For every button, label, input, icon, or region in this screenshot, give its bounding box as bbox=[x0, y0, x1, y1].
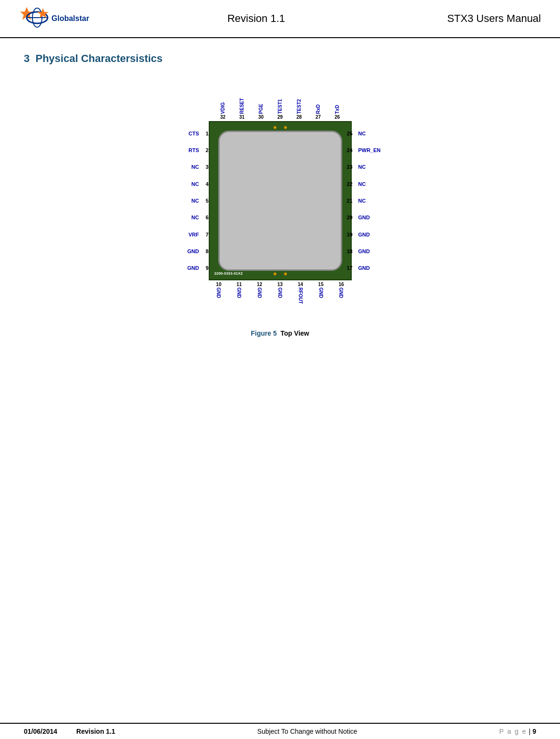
pin-21-name: NC bbox=[358, 198, 366, 204]
pin-20-row: 20 GND bbox=[347, 215, 395, 220]
pin-14: 14 RFOUT bbox=[298, 282, 303, 311]
footer-date: 01/06/2014 bbox=[24, 728, 57, 735]
pin-28-name: TEST2 bbox=[296, 90, 302, 114]
pin-2-num: 2 bbox=[201, 147, 209, 153]
section-title: Physical Charactersistics bbox=[35, 52, 163, 64]
pin-25-row: 25 NC bbox=[347, 131, 395, 136]
pin-27-name: RxD bbox=[316, 90, 321, 114]
pin-9-num: 9 bbox=[201, 265, 209, 271]
pin-5-num: 5 bbox=[201, 198, 209, 204]
footer: 01/06/2014 Revision 1.1 Subject To Chang… bbox=[0, 723, 560, 739]
pin-19-name: GND bbox=[358, 232, 370, 237]
pin-12-name: GND bbox=[257, 287, 262, 311]
pin-14-num: 14 bbox=[298, 282, 303, 287]
pin-30-name: PGE bbox=[258, 90, 264, 114]
pin-10-num: 10 bbox=[216, 282, 221, 287]
pin-17-row: 17 GND bbox=[347, 265, 395, 271]
section-heading: 3 Physical Charactersistics bbox=[24, 52, 536, 65]
pin-30: PGE 30 bbox=[258, 90, 264, 120]
figure-caption: Figure 5 Top View bbox=[251, 329, 309, 337]
pin-25-num: 25 bbox=[347, 131, 356, 136]
pin-1-name: CTS bbox=[189, 131, 199, 136]
ic-diagram-wrapper: VDIG 32 RESET 31 PGE 30 TEST1 29 bbox=[166, 79, 395, 322]
header: Globalstar Revision 1.1 STX3 Users Manua… bbox=[0, 0, 560, 38]
ic-board: 2200-0333-01X2 bbox=[209, 121, 352, 280]
pin-32: VDIG 32 bbox=[220, 90, 225, 120]
pin-1-num: 1 bbox=[201, 131, 209, 136]
pin-15-num: 15 bbox=[318, 282, 324, 287]
globalstar-logo: Globalstar bbox=[19, 6, 95, 32]
pin-2-name: RTS bbox=[189, 147, 199, 153]
pcb-dots-top bbox=[273, 126, 287, 129]
pin-5-row: NC 5 bbox=[166, 198, 209, 204]
main-content: 3 Physical Charactersistics VDIG 32 RESE… bbox=[0, 38, 560, 723]
footer-notice: Subject To Change without Notice bbox=[134, 728, 480, 735]
pin-9-name: GND bbox=[187, 265, 199, 271]
pin-20-num: 20 bbox=[347, 215, 356, 220]
left-pins-area: CTS 1 RTS 2 NC 3 NC 4 bbox=[166, 121, 209, 280]
pin-32-num: 32 bbox=[220, 114, 225, 120]
figure-number: Figure 5 bbox=[251, 329, 276, 337]
pin-10-name: GND bbox=[216, 287, 221, 311]
pin-30-num: 30 bbox=[258, 114, 264, 120]
pin-26: TxD 26 bbox=[335, 90, 340, 120]
pin-9-row: GND 9 bbox=[166, 265, 209, 271]
pin-28: TEST2 28 bbox=[296, 90, 302, 120]
chip-body bbox=[218, 131, 342, 271]
logo-area: Globalstar bbox=[19, 6, 105, 32]
pin-26-num: 26 bbox=[335, 114, 340, 120]
footer-page-separator: | bbox=[529, 728, 531, 735]
pin-29-num: 29 bbox=[277, 114, 283, 120]
pin-6-row: NC 6 bbox=[166, 215, 209, 220]
pin-17-num: 17 bbox=[347, 265, 356, 271]
pin-13: 13 GND bbox=[277, 282, 283, 311]
header-title: STX3 Users Manual bbox=[407, 12, 541, 25]
pcb-dot bbox=[273, 126, 276, 129]
pin-29-name: TEST1 bbox=[277, 90, 283, 114]
pin-13-num: 13 bbox=[277, 282, 283, 287]
svg-text:Globalstar: Globalstar bbox=[51, 14, 89, 22]
pin-18-row: 18 GND bbox=[347, 248, 395, 254]
pin-16: 16 GND bbox=[338, 282, 344, 311]
pin-31-name: RESET bbox=[239, 90, 244, 114]
right-pins-area: 25 NC 24 PWR_EN 23 NC 22 NC bbox=[347, 121, 395, 280]
pin-32-name: VDIG bbox=[220, 90, 225, 114]
pin-31-num: 31 bbox=[239, 114, 244, 120]
footer-page-label: P a g e bbox=[499, 728, 527, 735]
pin-23-num: 23 bbox=[347, 164, 356, 170]
header-revision: Revision 1.1 bbox=[105, 12, 407, 25]
section-number: 3 bbox=[24, 52, 30, 64]
pin-3-num: 3 bbox=[201, 164, 209, 170]
top-pins-area: VDIG 32 RESET 31 PGE 30 TEST1 29 bbox=[214, 79, 347, 122]
pin-2-row: RTS 2 bbox=[166, 147, 209, 153]
pin-15: 15 GND bbox=[318, 282, 324, 311]
pin-17-name: GND bbox=[358, 265, 370, 271]
pin-20-name: GND bbox=[358, 215, 370, 220]
pin-15-name: GND bbox=[318, 287, 324, 311]
pin-10: 10 GND bbox=[216, 282, 221, 311]
pin-19-row: 19 GND bbox=[347, 232, 395, 237]
pin-27-num: 27 bbox=[316, 114, 321, 120]
pin-16-num: 16 bbox=[338, 282, 344, 287]
pin-13-name: GND bbox=[277, 287, 283, 311]
pin-21-num: 21 bbox=[347, 198, 356, 204]
pin-22-row: 22 NC bbox=[347, 181, 395, 187]
pin-18-num: 18 bbox=[347, 248, 356, 254]
page: Globalstar Revision 1.1 STX3 Users Manua… bbox=[0, 0, 560, 739]
pin-8-row: GND 8 bbox=[166, 248, 209, 254]
pin-24-row: 24 PWR_EN bbox=[347, 147, 395, 153]
pin-31: RESET 31 bbox=[239, 90, 244, 120]
pin-26-name: TxD bbox=[335, 90, 340, 114]
pcb-dot bbox=[273, 272, 276, 276]
pin-7-row: VRF 7 bbox=[166, 232, 209, 237]
pin-23-name: NC bbox=[358, 164, 366, 170]
pin-4-name: NC bbox=[192, 181, 199, 187]
pcb-dots-bottom bbox=[273, 272, 287, 276]
pin-5-name: NC bbox=[192, 198, 199, 204]
pin-7-name: VRF bbox=[189, 232, 199, 237]
pin-6-num: 6 bbox=[201, 215, 209, 220]
pin-11: 11 GND bbox=[236, 282, 242, 311]
pin-7-num: 7 bbox=[201, 232, 209, 237]
pin-23-row: 23 NC bbox=[347, 164, 395, 170]
pin-3-row: NC 3 bbox=[166, 164, 209, 170]
